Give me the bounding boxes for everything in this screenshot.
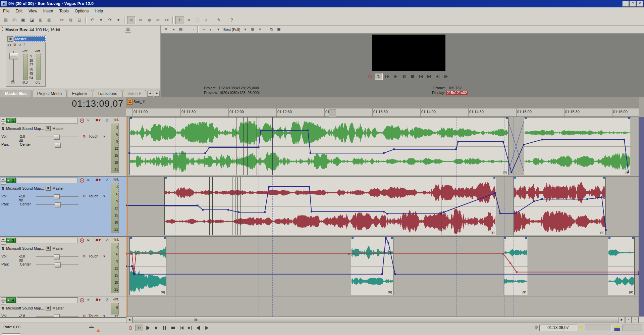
tab-scroll-right-button[interactable]: ▶ xyxy=(154,91,160,97)
vol-value[interactable]: -2,8 dB xyxy=(19,194,25,202)
play-from-start-button[interactable] xyxy=(144,325,152,331)
volume-slider-knob[interactable] xyxy=(54,314,60,317)
pan-slider[interactable] xyxy=(36,145,78,145)
scroll-right-button[interactable]: ▶ xyxy=(619,317,625,323)
normal-edit-tool-icon[interactable]: ✛ xyxy=(175,16,184,24)
pan-value[interactable]: Center xyxy=(20,142,31,146)
automation-caret-icon[interactable]: ▾ xyxy=(103,194,105,198)
automation-caret-icon[interactable]: ▾ xyxy=(103,134,105,139)
overlays-caret[interactable]: ▾ xyxy=(256,27,264,33)
automation-settings-icon[interactable]: ⚙ xyxy=(83,254,86,258)
track-header-2[interactable]: ▬▬2≈✖▾⊘!⇅Microsoft Sound Map...▣MasterVo… xyxy=(0,177,126,236)
auto-ripple-icon[interactable]: ≋ xyxy=(137,16,145,24)
automation-mode[interactable]: Touch xyxy=(89,134,98,138)
loop-playback-button[interactable]: ↻ xyxy=(375,73,383,80)
stop-button[interactable] xyxy=(169,325,177,331)
pan-value[interactable]: Center xyxy=(20,262,31,266)
cursor-pin-icon[interactable] xyxy=(534,326,537,330)
zoom-edit-tool-icon[interactable]: ⌕ xyxy=(202,16,210,24)
stop-button[interactable] xyxy=(409,74,416,80)
track-size-buttons[interactable]: ▬▬ xyxy=(1,297,6,304)
volume-slider-knob[interactable] xyxy=(54,254,60,259)
minimize-track-button[interactable]: ▬ xyxy=(1,297,6,301)
preview-quality-select[interactable]: Best (Full) xyxy=(222,28,241,32)
tab-master-bus[interactable]: Master Bus xyxy=(0,90,32,97)
volume-slider[interactable] xyxy=(36,316,78,317)
time-ruler[interactable]: 01:11:0001:11:3001:12:0001:12:3001:13:01… xyxy=(126,108,639,117)
restore-track-button[interactable]: ▬ xyxy=(1,301,6,304)
close-icon[interactable]: ✕ xyxy=(162,27,170,33)
pan-slider-knob[interactable] xyxy=(55,262,61,268)
properties-icon[interactable]: ◪ xyxy=(28,16,36,24)
tab-video-f[interactable]: Video F xyxy=(122,90,146,97)
next-frame-button[interactable] xyxy=(442,74,450,80)
vol-value[interactable]: -2,8 dB xyxy=(19,134,25,142)
vol-value[interactable]: -2,8 dB xyxy=(19,254,25,262)
redo-menu-icon[interactable]: ▾ xyxy=(114,16,122,24)
minimize-button[interactable]: _ xyxy=(623,1,629,7)
restore-track-button[interactable]: ▬ xyxy=(1,241,6,245)
project-properties-icon[interactable]: ▥ xyxy=(45,16,53,24)
automation-caret-icon[interactable]: ▾ xyxy=(103,254,105,258)
maximize-button[interactable]: □ xyxy=(630,1,636,7)
bus-button[interactable]: ▣ xyxy=(7,36,13,42)
scrub-slider-knob[interactable]: ◂◂▸▸ xyxy=(89,325,94,329)
quality-caret[interactable]: ▾ xyxy=(241,27,249,33)
scrub-slider-track[interactable]: ◂◂▸▸ xyxy=(32,327,122,327)
selection-edit-tool-icon[interactable]: ▢ xyxy=(194,16,202,24)
device-name[interactable]: Microsoft Sound Map... xyxy=(6,306,44,310)
menu-options[interactable]: Options xyxy=(72,8,92,14)
pan-slider-knob[interactable] xyxy=(55,143,61,148)
track-events-4[interactable] xyxy=(126,296,639,317)
split-screen-icon[interactable]: ◐ xyxy=(207,27,215,33)
close-button[interactable]: ✕ xyxy=(637,1,643,7)
new-project-icon[interactable]: ▤ xyxy=(2,16,10,24)
vol-value[interactable]: -2.8 dB xyxy=(19,314,25,317)
device-name[interactable]: Microsoft Sound Map... xyxy=(6,127,44,131)
device-name[interactable]: Microsoft Sound Map... xyxy=(6,246,44,250)
mute-icon[interactable]: ⊘ xyxy=(18,43,21,47)
redo-icon[interactable]: ↷ xyxy=(106,16,114,24)
group-icon[interactable]: ⚯ xyxy=(163,16,171,24)
bus-assign-button[interactable]: ▣ xyxy=(46,186,51,191)
undo-menu-icon[interactable]: ▾ xyxy=(97,16,105,24)
track-number-badge[interactable]: 1 xyxy=(6,118,16,123)
automation-settings-icon[interactable]: ⚙ xyxy=(83,134,86,139)
track-header-3[interactable]: ▬▬3≈✖▾⊘!⇅Microsoft Sound Map...▣MasterVo… xyxy=(0,237,126,296)
arm-for-record-button[interactable] xyxy=(80,238,84,243)
panel-grip[interactable]: ✕◂⋮ xyxy=(1,26,4,34)
track-size-buttons[interactable]: ▬▬ xyxy=(1,178,6,185)
menu-tools[interactable]: Tools xyxy=(56,8,72,14)
automation-mode[interactable]: Touch xyxy=(89,314,98,317)
scroll-left-button[interactable]: ◀ xyxy=(126,317,132,323)
track-header-1[interactable]: ▬▬1≈✖▾⊘!⇅Microsoft Sound Map...▣MasterVo… xyxy=(0,117,126,176)
play-button[interactable] xyxy=(392,74,399,80)
save-snapshot-icon[interactable]: ▣ xyxy=(275,27,282,33)
go-to-end-button[interactable] xyxy=(186,325,194,331)
arm-for-record-button[interactable] xyxy=(80,178,84,183)
vertical-scrollbar[interactable] xyxy=(639,117,644,317)
track-name-field[interactable] xyxy=(17,297,78,303)
mute-button[interactable]: ⊘ xyxy=(105,238,109,242)
horizontal-scrollbar[interactable]: ◀ ▮▮ ▶ + − xyxy=(126,317,639,323)
tab-transitions[interactable]: Transitions xyxy=(93,90,122,97)
marker-bar[interactable]: 11 Son_11 xyxy=(126,97,639,108)
track-events-2[interactable] xyxy=(126,177,639,236)
title-bar[interactable]: ▶ 0% (30 of 30) - Son Nu.veg - Vegas Pro… xyxy=(0,0,644,7)
track-number-badge[interactable]: 3 xyxy=(6,238,16,243)
track-name-field[interactable] xyxy=(17,178,78,183)
timecode-display[interactable]: 01:13:09,07 xyxy=(40,99,123,109)
track-fx-button[interactable]: ✖▾ xyxy=(95,238,101,242)
volume-slider[interactable] xyxy=(36,137,78,137)
bus-view-button[interactable]: ▤ xyxy=(125,27,131,33)
track-events-1[interactable] xyxy=(126,117,639,176)
automation-mode[interactable]: Touch xyxy=(89,194,98,198)
pause-button[interactable] xyxy=(161,325,168,331)
undock-icon[interactable]: ◂ xyxy=(170,27,177,33)
device-name[interactable]: Microsoft Sound Map... xyxy=(6,186,44,190)
open-icon[interactable]: ◰ xyxy=(10,16,18,24)
previous-frame-button[interactable] xyxy=(434,74,441,80)
render-as-icon[interactable]: ⊞ xyxy=(37,16,45,24)
video-fx-icon[interactable]: ⧟ xyxy=(200,27,207,33)
pan-slider[interactable] xyxy=(36,265,78,265)
